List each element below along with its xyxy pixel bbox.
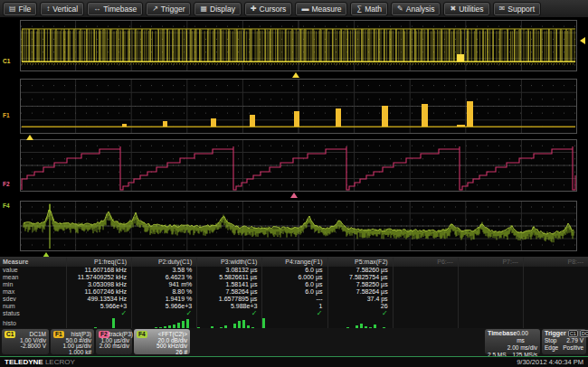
measure-cell-max-p6 xyxy=(393,288,458,296)
measure-col-header-p2[interactable]: P2:duty(C1) xyxy=(131,258,196,267)
trigger-type: Edge xyxy=(545,344,558,352)
measure-col-header-p4[interactable]: P4:range(F1) xyxy=(261,258,327,267)
descriptor-box-f4[interactable]: F4<FFT(C2)>20.0 dB/div500 kHz/div26 # xyxy=(134,329,190,354)
status-check-p6 xyxy=(393,310,458,317)
measure-cell-mean-p5: 7.5825754 µs xyxy=(327,274,393,281)
f1-position-marker[interactable] xyxy=(26,135,33,140)
measure-cell-value-p8 xyxy=(523,267,588,274)
measure-cell-sdev-p8 xyxy=(523,296,588,303)
measure-cell-max-p5: 7.58264 µs xyxy=(327,288,393,296)
descriptor-title: track(P3) xyxy=(109,331,133,337)
measure-cell-mean-p4: 6.000 µs xyxy=(261,274,327,281)
measure-col-header-p8[interactable]: P8:--- xyxy=(523,258,588,267)
measure-cell-min-p4: 6.0 µs xyxy=(261,281,327,288)
menu-label: Measure xyxy=(311,5,341,14)
measure-cell-num-p7 xyxy=(458,303,523,310)
menu-timebase-button[interactable]: ↔Timebase xyxy=(87,2,143,16)
measure-cell-min-p8 xyxy=(523,281,588,288)
measure-table: MeasureP1:freq(C1)P2:duty(C1)P3:width(C1… xyxy=(0,257,588,329)
descriptor-box-f1[interactable]: F1hist(P3)50.0 #/div1.00 µs/div1.000 k# xyxy=(51,329,94,354)
menu-display-button[interactable]: ▦Display xyxy=(194,2,241,16)
measure-cell-min-p2: 941 m% xyxy=(131,281,196,288)
menu-measure-button[interactable]: ▬Measure xyxy=(295,2,347,16)
tools-icon: ✖ xyxy=(450,5,456,13)
measure-cell-value-p7 xyxy=(458,267,523,274)
measure-col-header-p5[interactable]: P5:max(F2) xyxy=(327,258,393,267)
measure-row-label: sdev xyxy=(0,296,66,303)
measure-cell-num-p4: 1 xyxy=(261,303,327,310)
graticule-c1[interactable] xyxy=(20,20,577,71)
descriptor-title: DC1M xyxy=(30,331,46,337)
trigger-position-marker[interactable] xyxy=(292,72,299,78)
f2-position-marker[interactable] xyxy=(290,193,298,198)
measure-cell-num-p3: 5.988e+3 xyxy=(196,303,261,310)
graticule-f4[interactable] xyxy=(20,201,577,251)
graticule-f1[interactable] xyxy=(20,79,577,134)
measure-row-label: max xyxy=(0,288,66,296)
menu-label: Math xyxy=(365,5,382,14)
measure-cell-max-p7 xyxy=(458,288,523,296)
channel-chip-f1: F1 xyxy=(53,331,64,338)
measure-cell-min-p5: 7.58250 µs xyxy=(327,281,393,288)
trigger-level-marker[interactable] xyxy=(580,37,585,44)
measure-cell-num-p1: 5.966e+3 xyxy=(66,303,131,310)
measure-cell-value-p3: 3.08132 µs xyxy=(196,267,261,274)
timebase-scale: 2.00 ms/div xyxy=(507,344,537,352)
measure-cell-sdev-p1: 499.13534 Hz xyxy=(66,296,131,303)
brand-logo: TELEDYNE LECROY xyxy=(5,358,75,366)
horizontal-arrows-icon: ↔ xyxy=(93,5,100,13)
measure-row-label: value xyxy=(0,267,66,274)
menu-cursors-button[interactable]: ✚Cursors xyxy=(244,2,292,16)
descriptor-box-f2[interactable]: F2track(P3)1.00 µs/div2.00 ms/div xyxy=(96,329,132,354)
status-check-p2: ✓ xyxy=(131,310,196,317)
trigger-arrow-icon: ↗ xyxy=(152,5,158,13)
measure-col-header-p6[interactable]: P6:--- xyxy=(393,258,458,267)
ruler-icon: ▬ xyxy=(301,5,308,13)
trigger-label: Trigger xyxy=(545,330,566,337)
pencil-icon: ✎ xyxy=(397,5,403,13)
measure-cell-max-p8 xyxy=(523,288,588,296)
descriptor-line: 2.00 ms/div xyxy=(99,343,129,349)
menu-utilities-button[interactable]: ✖Utilities xyxy=(443,2,489,16)
measure-cell-min-p1: 3.053098 kHz xyxy=(66,281,131,288)
measure-row-label: num xyxy=(0,303,66,310)
menu-vertical-button[interactable]: ↕Vertical xyxy=(40,2,84,16)
measure-cell-sdev-p4: --- xyxy=(261,296,327,303)
status-bar: TELEDYNE LECROY 9/30/2012 4:40:34 PM xyxy=(0,356,588,367)
measure-cell-sdev-p6 xyxy=(393,296,458,303)
menu-math-button[interactable]: ∑Math xyxy=(350,2,388,16)
descriptor-title: <FFT(C2)> xyxy=(158,331,187,337)
measure-cell-sdev-p7 xyxy=(458,296,523,303)
channel-label-f2: F2 xyxy=(3,181,10,187)
timebase-box[interactable]: Timebase0.00 ms 2.00 ms/div 2.5 MS125 MS… xyxy=(485,329,540,354)
menu-label: Cursors xyxy=(260,5,287,14)
graticule-f2[interactable] xyxy=(20,139,577,192)
measure-col-header-p1[interactable]: P1:freq(C1) xyxy=(66,258,131,267)
measure-col-header-p7[interactable]: P7:--- xyxy=(458,258,523,267)
menu-file-button[interactable]: ▤File xyxy=(3,2,37,16)
menu-support-button[interactable]: ✉Support xyxy=(493,2,541,16)
descriptor-box-c1[interactable]: C1DC1M1.00 V/div-2.8000 V xyxy=(2,329,49,354)
trigger-level: 2.79 V xyxy=(566,337,583,344)
measure-cell-num-p6 xyxy=(393,303,458,310)
menu-label: Timebase xyxy=(103,5,137,14)
math-icon: ∑ xyxy=(356,5,362,13)
cursor-cross-icon: ✚ xyxy=(251,5,257,13)
trigger-box[interactable]: TriggerC1DC Stop2.79 V EdgePositive xyxy=(542,329,586,354)
status-check-p1: ✓ xyxy=(66,310,131,317)
menu-label: Support xyxy=(507,5,535,14)
menu-label: Vertical xyxy=(52,5,78,14)
measure-cell-value-p2: 3.58 % xyxy=(131,267,196,274)
descriptor-bar: Timebase0.00 ms 2.00 ms/div 2.5 MS125 MS… xyxy=(0,328,588,356)
measure-cell-mean-p2: 6.4623 % xyxy=(131,274,196,281)
menu-trigger-button[interactable]: ↗Trigger xyxy=(146,2,191,16)
measure-col-header-p3[interactable]: P3:width(C1) xyxy=(196,258,261,267)
timebase-label: Timebase xyxy=(488,330,517,344)
menu-analysis-button[interactable]: ✎Analysis xyxy=(391,2,441,16)
measure-cell-sdev-p5: 37.4 ps xyxy=(327,296,393,303)
status-check-p5: ✓ xyxy=(327,310,393,317)
measure-cell-max-p4: 6.0 µs xyxy=(261,288,327,296)
menu-bar: ▤File↕Vertical↔Timebase↗Trigger▦Display✚… xyxy=(0,0,588,18)
measure-table-title: Measure xyxy=(0,258,66,267)
measure-cell-num-p2: 5.966e+3 xyxy=(131,303,196,310)
